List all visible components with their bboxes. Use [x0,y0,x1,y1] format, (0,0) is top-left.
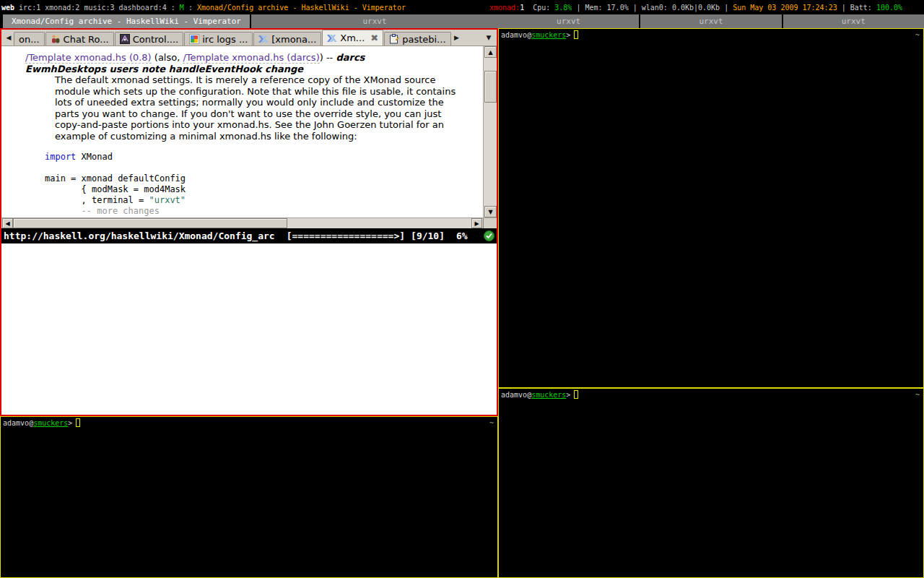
prompt-user: adamvo [501,31,527,39]
wm-tab-group-right: urxvt urxvt urxvt [498,14,924,28]
network-stat: wlan0: 0.0Kb|0.0Kb [642,4,720,12]
wm-tab-urxvt[interactable]: urxvt [783,14,924,28]
separator: : [167,4,180,12]
terminal-window[interactable]: adamvo@smuckers> ~ [0,416,498,578]
tab-label: [xmona... [271,34,316,45]
separator: | [837,4,850,12]
text-segment: ) -- [320,52,336,63]
browser-tab[interactable]: pastebi... [384,32,450,46]
tab-scroll-left-button[interactable]: ◀ [4,31,14,44]
scroll-down-button[interactable]: ▼ [484,206,497,217]
rprompt-cwd: ~ [915,391,920,399]
wm-tab-urxvt[interactable]: urxvt [640,14,781,28]
text-segment: (also, [152,52,183,63]
browser-tab[interactable]: Control.... [115,32,184,46]
browser-tab[interactable]: on... [14,32,45,46]
terminal-cursor [574,30,578,39]
wm-tab-urxvt[interactable]: urxvt [251,14,498,28]
prompt-host: smuckers [531,391,566,399]
code-line: -- more changes [45,206,483,217]
firefox-window: ◀ on... Chat Ro... Control.... [0,28,498,416]
scroll-up-button[interactable]: ▲ [484,46,497,58]
chat-people-icon [51,34,61,44]
wiki-link[interactable]: /Template xmonad.hs (darcs) [183,52,319,64]
entry-heading: /Template xmonad.hs (0.8) (also, /Templa… [25,52,445,74]
haskell-lambda-icon [258,34,269,44]
prompt-host: smuckers [33,419,68,427]
dzen-left-section: web irc:1 xmonad:2 music:3 dashboard:4 :… [1,4,406,12]
scrollbar-corner [483,218,497,228]
tab-label: Control.... [133,34,179,45]
wm-tab-browser[interactable]: Xmonad/Config archive - HaskellWiki - Vi… [3,14,250,28]
battery-label: Batt: [850,4,876,12]
vertical-scrollbar[interactable]: ▲ ▼ [483,46,497,217]
rprompt-cwd: ~ [489,419,494,427]
terminal-cursor [76,418,80,427]
wiki-page-content: /Template xmonad.hs (0.8) (also, /Templa… [1,46,483,217]
tab-label: irc logs ... [202,34,248,45]
tab-label: pastebi... [402,34,445,45]
cpu-value: 3.8% [554,4,572,12]
separator: | [572,4,585,12]
dzen-right-section: xmonad:1 Cpu: 3.8% | Mem: 17.0% | wlan0:… [489,4,902,12]
dzen-status-bar: web irc:1 xmonad:2 music:3 dashboard:4 :… [0,0,924,14]
clock: Sun May 03 2009 17:24:23 [733,4,837,12]
scroll-left-button[interactable]: ◀ [2,218,13,228]
browser-tab-active[interactable]: Xm... ✖ [322,30,383,46]
prompt-user: adamvo [501,391,527,399]
code-line: , terminal = "urxvt" [45,195,483,206]
browser-tab[interactable]: Chat Ro... [45,32,114,46]
separator: | [629,4,642,12]
prompt-char: > [566,31,570,39]
workspace-list: irc:1 xmonad:2 music:3 dashboard:4 [14,4,167,12]
control-site-icon [120,34,130,44]
terminal-window[interactable]: adamvo@smuckers> ~ [498,28,924,388]
prompt-user: adamvo [3,419,29,427]
battery-value: 100.0% [876,4,902,12]
separator: | [720,4,733,12]
tab-scroll-right-button[interactable]: ▶ [452,31,462,44]
focused-window-title: Xmonad/Config archive - HaskellWiki - Vi… [197,4,406,12]
tab-list-dropdown-button[interactable]: ▼ [483,31,494,44]
code-line: main = xmonad defaultConfig [45,173,483,184]
haskell-code-block: import XMonad main = xmonad defaultConfi… [45,152,483,217]
code-line: import XMonad [45,152,483,163]
terminal-window[interactable]: adamvo@smuckers> ~ [498,388,924,578]
pastebin-clipboard-icon [389,34,399,44]
tab-label: Xm... [340,33,365,43]
browser-tab[interactable]: [xmona... [253,32,321,46]
scroll-percent: 6% [456,230,468,241]
wm-tab-group-left: Xmonad/Config archive - HaskellWiki - Vi… [0,14,498,28]
cpu-label: Cpu: [524,4,554,12]
scroll-right-button[interactable]: ▶ [471,218,482,228]
vimperator-commandline[interactable] [1,243,497,415]
wm-tab-urxvt[interactable]: urxvt [498,14,639,28]
vimperator-statusline: http://haskell.org/haskellwiki/Xmonad/Co… [1,228,497,243]
tab-position-indicator: [9/10] [411,230,445,241]
browser-tab[interactable]: irc logs ... [184,32,253,46]
terminal-cursor [574,390,578,399]
tab-close-icon[interactable]: ✖ [370,33,378,43]
browser-tab-strip: ◀ on... Chat Ro... Control.... [1,30,497,46]
horizontal-scrollbar[interactable]: ◀ ▶ [1,217,497,228]
wiki-link[interactable]: /Template xmonad.hs (0.8) [25,52,152,64]
code-line: { modMask = mod4Mask [45,184,483,195]
code-line [45,163,483,173]
google-icon [189,34,199,44]
page-load-progress: [==================>] [287,230,405,241]
workspace-current: web [1,4,14,12]
security-check-icon [484,230,494,241]
prompt-char: > [566,391,570,399]
shell-prompt: adamvo@smuckers> [499,389,923,399]
horizontal-scroll-thumb[interactable] [13,218,287,228]
haskell-lambda-icon [327,33,337,43]
vertical-scroll-thumb[interactable] [484,71,497,103]
entry-description: The default xmonad settings. It is merel… [55,74,461,142]
tab-label: Chat Ro... [64,34,109,45]
rprompt-cwd: ~ [915,31,920,39]
prompt-char: > [68,419,72,427]
prompt-host: smuckers [531,31,566,39]
browser-viewport: /Template xmonad.hs (0.8) (also, /Templa… [1,46,497,217]
shell-prompt: adamvo@smuckers> [1,417,497,427]
shell-prompt: adamvo@smuckers> [499,29,923,39]
